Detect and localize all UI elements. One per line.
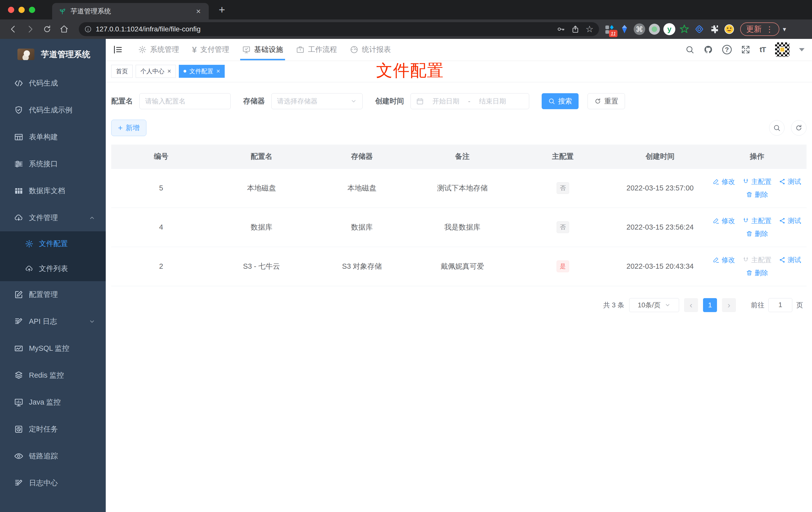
master-config-link[interactable]: 主配置 [743,177,771,186]
briefcase-icon [296,46,304,54]
sidebar-item-code-gen-example[interactable]: 代码生成示例 [0,97,106,124]
site-info-icon[interactable] [84,25,92,33]
table-row: 5 本地磁盘 本地磁盘 测试下本地存储 否 2022-03-15 23:57:0… [111,169,807,208]
goto-label: 前往 [751,301,764,309]
github-icon[interactable] [704,45,713,54]
refresh-table-button[interactable] [791,120,807,135]
tab-infrastructure[interactable]: 基础设施 [236,39,290,60]
header-remark: 备注 [412,145,513,169]
extension-gem-icon[interactable] [617,22,632,36]
font-size-icon[interactable]: tT [760,46,765,54]
extensions-puzzle-icon[interactable] [707,22,721,36]
show-search-button[interactable] [769,120,785,135]
url-text[interactable]: 127.0.0.1:1024/infra/file/file-config [96,25,551,33]
extension-green-star-icon[interactable] [677,22,691,36]
sidebar-item-tracing[interactable]: 链路追踪 [0,443,106,470]
sidebar-item-file-management[interactable]: 文件管理 [0,204,106,231]
browser-update-button[interactable]: 更新 ⋮ [740,23,779,36]
tag-profile[interactable]: 个人中心 × [136,65,176,78]
extension-blue-eye-icon[interactable] [692,22,706,36]
password-key-icon[interactable] [557,25,565,33]
close-icon[interactable]: × [167,67,171,75]
extension-tabs-icon[interactable]: 11 [603,22,616,36]
window-minimize-button[interactable] [19,7,25,13]
back-icon[interactable] [6,23,20,36]
reload-icon[interactable] [40,23,54,36]
edit-link[interactable]: 修改 [713,216,735,225]
sidebar-item-config-management[interactable]: 配置管理 [0,281,106,308]
date-range-picker[interactable]: - [410,93,529,109]
browser-menu-dots-icon[interactable]: ⋮ [765,25,773,34]
tab-system-management[interactable]: 系统管理 [132,39,185,60]
chevron-up-icon [89,215,95,221]
goto-page-input[interactable] [768,298,792,312]
header-config-name: 配置名 [211,145,312,169]
end-date-input[interactable] [474,97,511,105]
table-toolbar: + 新增 [111,120,807,136]
search-icon [548,98,555,105]
log-center-icon [14,478,24,488]
tab-payment-management[interactable]: ¥ 支付管理 [185,39,236,60]
share-icon[interactable] [571,25,580,33]
sidebar-item-file-list[interactable]: 文件列表 [0,256,106,281]
sidebar-item-file-config[interactable]: 文件配置 [0,231,106,256]
new-tab-button[interactable]: + [216,3,228,16]
url-bar[interactable]: 127.0.0.1:1024/infra/file/file-config ☆ [79,22,599,36]
master-config-link[interactable]: 主配置 [743,216,771,225]
delete-link[interactable]: 删除 [746,268,768,277]
search-button[interactable]: 搜索 [542,93,579,109]
sidebar-item-scheduled-tasks[interactable]: 定时任务 [0,416,106,443]
bookmark-star-icon[interactable]: ☆ [585,25,593,34]
sidebar-item-api-log[interactable]: API 日志 [0,308,106,335]
sidebar-item-system-api[interactable]: 系统接口 [0,151,106,178]
edit-link[interactable]: 修改 [713,255,735,265]
delete-link[interactable]: 删除 [746,190,768,199]
tab-statistics-report[interactable]: 统计报表 [343,39,397,60]
sidebar-collapse-icon[interactable] [112,44,123,55]
help-icon[interactable]: ? [722,45,732,54]
sidebar-item-code-gen[interactable]: 代码生成 [0,70,106,97]
sidebar-item-redis-monitor[interactable]: Redis 监控 [0,362,106,389]
extension-gray-dot-icon[interactable] [647,22,661,36]
config-name-input[interactable] [145,97,225,105]
delete-link[interactable]: 删除 [746,229,768,238]
tag-file-config[interactable]: 文件配置 × [179,65,225,78]
extension-y-icon[interactable]: y [662,22,676,36]
fullscreen-icon[interactable] [741,45,750,54]
tab-close-icon[interactable]: × [195,7,202,16]
extension-emoji-icon[interactable] [722,22,736,36]
tag-home[interactable]: 首页 [111,65,133,78]
dashboard-icon [350,46,358,54]
test-link[interactable]: 测试 [779,255,801,265]
sidebar-item-log-center[interactable]: 日志中心 [0,470,106,496]
home-icon[interactable] [57,23,71,36]
reset-button[interactable]: 重置 [587,93,625,109]
window-close-button[interactable] [8,7,14,13]
toolbar-caret-icon[interactable]: ▾ [783,25,786,33]
prev-page-button[interactable]: ‹ [684,298,698,312]
sidebar-item-form-builder[interactable]: 表单构建 [0,124,106,151]
sidebar-item-db-doc[interactable]: 数据库文档 [0,178,106,204]
file-config-table: 编号 配置名 存储器 备注 主配置 创建时间 操作 5 本地磁盘 本地磁盘 测试 [111,145,807,286]
test-link[interactable]: 测试 [779,177,801,186]
avatar-caret-icon[interactable] [799,48,805,51]
next-page-button[interactable]: › [722,298,736,312]
add-button[interactable]: + 新增 [111,120,146,136]
sidebar-logo[interactable]: 芋道管理系统 [0,39,106,70]
extension-command-icon[interactable]: ⌘ [633,22,646,36]
close-icon[interactable]: × [216,67,220,75]
test-link[interactable]: 测试 [779,216,801,225]
window-zoom-button[interactable] [29,7,35,13]
browser-tab[interactable]: 芋道管理系统 × [52,3,209,20]
storage-select[interactable]: 请选择存储器 [271,93,362,109]
search-icon[interactable] [685,45,694,54]
avatar[interactable] [775,42,789,57]
current-page-button[interactable]: 1 [703,298,717,312]
start-date-input[interactable] [427,97,465,105]
sidebar-item-mysql-monitor[interactable]: MySQL 监控 [0,335,106,362]
page-size-select[interactable]: 10条/页 [629,298,679,312]
sidebar-item-java-monitor[interactable]: Java 监控 [0,389,106,416]
tab-workflow[interactable]: 工作流程 [290,39,343,60]
edit-link[interactable]: 修改 [713,177,735,186]
forward-icon[interactable] [24,23,37,36]
